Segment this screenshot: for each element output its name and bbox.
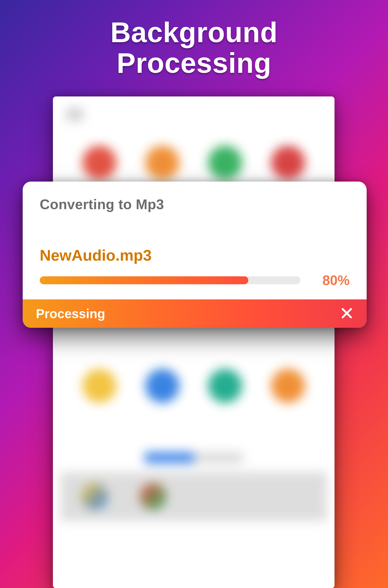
conversion-dialog: Converting to Mp3 NewAudio.mp3 80% Proce… [23,181,367,328]
promo-title: Background Processing [0,17,388,78]
promo-stage: Background Processing [0,0,388,588]
promo-title-line1: Background [0,17,388,48]
close-button[interactable] [338,305,355,322]
output-file-name: NewAudio.mp3 [40,246,350,264]
progress-bar-fill [40,276,248,284]
background-app-window [53,97,335,588]
footer-status-label: Processing [36,306,105,321]
progress-row: 80% [40,273,350,288]
promo-title-line2: Processing [0,48,388,78]
dialog-body: Converting to Mp3 NewAudio.mp3 80% [23,181,367,299]
progress-bar [40,276,300,284]
close-icon [340,307,353,320]
dialog-footer: Processing [23,299,367,328]
dialog-title: Converting to Mp3 [40,196,350,212]
blurred-app-content [53,97,335,588]
progress-percent-label: 80% [312,273,350,288]
